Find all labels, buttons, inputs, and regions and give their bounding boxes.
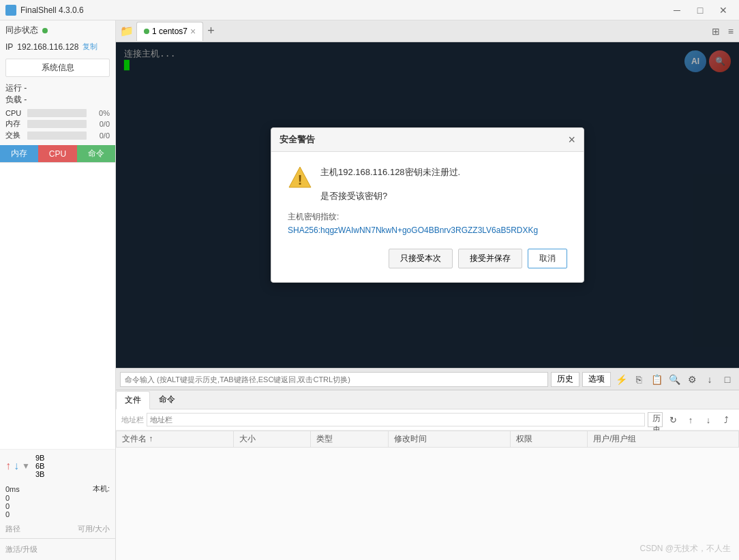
bottom-panel: 文件 命令 地址栏 历史 ↻ ↑ ↓ ⤴ 文件名 ↑ [116,390,739,560]
sidebar-tabs: 内存 CPU 命令 [0,145,115,163]
tab-files[interactable]: 文件 [116,391,150,409]
cmd-input-field[interactable] [120,372,548,387]
latency-0: 0 [5,494,110,502]
file-table-wrapper[interactable]: 文件名 ↑ 大小 类型 修改时间 权限 用户/用户组 [116,431,739,560]
dialog-close-button[interactable]: × [568,134,575,146]
svg-text:!: ! [298,172,303,187]
disk-size-label: 可用/大小 [78,524,110,534]
col-perms: 权限 [510,431,587,448]
history-button[interactable]: 历史 [551,372,579,387]
download-bottom-icon[interactable]: ↓ [701,412,716,427]
accept-save-button[interactable]: 接受并保存 [458,249,522,268]
refresh-icon[interactable]: ↻ [665,412,680,427]
dialog-message2: 是否接受该密钥? [320,189,460,204]
col-mtime: 修改时间 [388,431,510,448]
swap-value: 0/0 [89,131,110,140]
sidebar-chart [0,163,115,450]
download-arrow-icon: ↓ [14,460,19,472]
titlebar: FinalShell 4.3.0.6 ─ □ ✕ [0,0,739,20]
tab-cmd-bottom[interactable]: 命令 [150,390,184,409]
settings-icon[interactable]: ⚙ [684,372,699,387]
accept-once-button[interactable]: 只接受本次 [389,249,453,268]
security-dialog: 安全警告 × ! 主机192.168.116 [271,127,584,283]
disk-section: 路径 可用/大小 [0,520,115,538]
minimize-button[interactable]: ─ [667,3,687,17]
tab-centos7[interactable]: 1 centos7 × [136,22,203,41]
tab-label: 1 centos7 [152,27,187,36]
tab-status-dot [144,29,149,34]
folder-button[interactable]: 📁 [119,23,135,40]
dialog-title: 安全警告 [280,134,315,146]
terminal-area[interactable]: 连接主机... █ AI 🔍 安全警告 × [116,42,739,368]
running-section: 运行 - 负载 - [0,80,115,108]
warning-icon: ! [288,166,312,190]
titlebar-left: FinalShell 4.3.0.6 [5,5,84,16]
list-view-button[interactable]: ≡ [725,25,736,38]
lightning-icon[interactable]: ⚡ [614,372,629,387]
cmd-input-bar: 历史 选项 ⚡ ⎘ 📋 🔍 ⚙ ↓ □ [116,368,739,390]
ip-row: IP 192.168.116.128 复制 [0,40,115,56]
bottom-tabs: 文件 命令 [116,390,739,409]
tabs-left: 📁 1 centos7 × + [119,22,217,41]
local-label: 本机: [93,484,110,494]
tabs-right: ⊞ ≡ [709,25,736,38]
address-bar[interactable] [147,413,645,426]
col-filename: 文件名 ↑ [117,431,234,448]
sync-status: 同步状态 [0,20,115,40]
sidebar-bottom: 激活/升级 [0,538,115,560]
history-bottom-button[interactable]: 历史 [648,412,663,427]
col-type: 类型 [311,431,388,448]
ip-label: IP [5,42,13,52]
upload-icon[interactable]: □ [720,372,735,387]
copy-icon[interactable]: ⎘ [631,372,646,387]
clipboard-icon[interactable]: 📋 [649,372,664,387]
upload-bottom-icon[interactable]: ↑ [683,412,698,427]
options-button[interactable]: 选项 [582,372,611,387]
dialog-message1: 主机192.168.116.128密钥未注册过. [320,166,460,180]
disk-path-label: 路径 [5,524,20,534]
window-controls: ─ □ ✕ [667,3,734,17]
tab-add-button[interactable]: + [205,24,217,38]
cancel-button[interactable]: 取消 [528,249,567,268]
expand-arrow-icon: ▼ [22,461,30,471]
cpu-value: 0% [89,109,110,117]
tab-cpu[interactable]: CPU [38,145,76,162]
main-layout: 同步状态 IP 192.168.116.128 复制 系统信息 运行 - 负载 … [0,20,739,560]
upload2-bottom-icon[interactable]: ⤴ [719,412,734,427]
traffic-6b: 6B [35,462,44,470]
copy-ip-button[interactable]: 复制 [82,42,97,52]
download-icon[interactable]: ↓ [702,372,717,387]
tab-close-icon[interactable]: × [190,27,196,36]
mem-bar [27,120,87,128]
search-icon[interactable]: 🔍 [667,372,682,387]
tab-cmd-sidebar[interactable]: 命令 [77,145,115,162]
file-table: 文件名 ↑ 大小 类型 修改时间 权限 用户/用户组 [116,431,739,448]
grid-view-button[interactable]: ⊞ [709,25,723,38]
tab-bar: 📁 1 centos7 × + ⊞ ≡ [116,20,739,42]
tab-mem[interactable]: 内存 [0,145,38,162]
close-button[interactable]: ✕ [713,3,734,17]
dialog-warning-row: ! 主机192.168.116.128密钥未注册过. 是否接受该密钥? [288,166,567,204]
dialog-fingerprint: SHA256:hqgzWAIwNN7NkwN+goGO4BBnrv3RGZZ3L… [288,225,567,235]
watermark: CSDN @无技术，不人生 [639,543,731,555]
swap-label: 交换 [5,130,27,140]
cpu-label: CPU [5,109,27,117]
dialog-fp-label: 主机密钥指纹: [288,211,567,223]
status-dot [42,28,48,33]
latency-label: 0ms [5,485,20,493]
traffic-3b: 3B [35,470,44,478]
traffic-section: ↑ ↓ ▼ 9B 6B 3B [0,450,115,482]
running-label: 运行 - [5,83,27,93]
cpu-stat-row: CPU 0% [0,108,115,118]
mem-stat-row: 内存 0/0 [0,118,115,129]
dialog-messages: 主机192.168.116.128密钥未注册过. 是否接受该密钥? [320,166,460,204]
app-icon [5,5,16,16]
maximize-button[interactable]: □ [690,3,710,17]
sysinfo-button[interactable]: 系统信息 [5,59,110,77]
sidebar: 同步状态 IP 192.168.116.128 复制 系统信息 运行 - 负载 … [0,20,116,560]
upgrade-button[interactable]: 激活/升级 [5,544,37,555]
traffic-values: 9B 6B 3B [35,454,44,478]
mem-label: 内存 [5,119,27,129]
dialog-body: ! 主机192.168.116.128密钥未注册过. 是否接受该密钥? 主机密钥… [271,152,584,283]
ip-value: 192.168.116.128 [17,42,78,52]
